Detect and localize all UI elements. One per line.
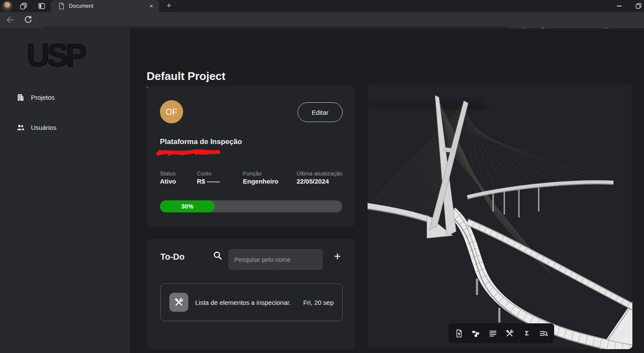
browser-profile-avatar[interactable] bbox=[2, 1, 12, 11]
add-task-button[interactable]: + bbox=[331, 249, 344, 264]
page-title: Default Project bbox=[147, 70, 226, 83]
progress-bar: 30% bbox=[160, 200, 342, 212]
usp-logo: USP bbox=[26, 37, 101, 71]
document-favicon bbox=[58, 3, 64, 9]
sigma-icon: Σ bbox=[522, 329, 531, 338]
field-value-status: Ativo bbox=[160, 178, 176, 185]
tab-close-icon[interactable]: × bbox=[147, 2, 156, 10]
search-icon[interactable] bbox=[212, 250, 223, 261]
todo-title: To-Do bbox=[160, 252, 184, 262]
viewer-sum-button[interactable]: Σ bbox=[520, 327, 533, 340]
viewer-upload-file-button[interactable] bbox=[452, 327, 465, 340]
progress-label: 30% bbox=[181, 203, 193, 210]
model-tree-icon bbox=[471, 329, 480, 338]
project-title: Plataforma de Inspeção bbox=[160, 138, 242, 146]
browser-tab[interactable]: Document × bbox=[51, 0, 159, 12]
progress-fill: 30% bbox=[160, 200, 215, 212]
tab-title: Document bbox=[69, 3, 147, 9]
redacted-scribble bbox=[156, 147, 221, 157]
field-value-funcao: Engenheiro bbox=[243, 178, 279, 185]
todo-card: To-Do + Lista de elementos a inspecionar… bbox=[147, 239, 356, 349]
project-card: OF Editar Plataforma de Inspeção Status … bbox=[147, 86, 356, 227]
users-icon bbox=[16, 123, 25, 132]
task-row[interactable]: Lista de elementos a inspecionar. Fri, 2… bbox=[160, 283, 343, 321]
field-label-status: Status bbox=[160, 170, 176, 177]
edit-button[interactable]: Editar bbox=[297, 102, 343, 122]
window-minimize-button[interactable] bbox=[613, 0, 626, 12]
app-page: USP Projetos Usuário bbox=[0, 28, 644, 353]
project-avatar: OF bbox=[160, 100, 183, 123]
viewer-element-list-button[interactable] bbox=[486, 327, 499, 340]
task-type-badge bbox=[169, 293, 188, 312]
bridge-3d-view bbox=[368, 84, 632, 349]
upload-file-icon bbox=[454, 329, 463, 338]
viewer-search-list-button[interactable] bbox=[537, 327, 550, 340]
sidebar-item-projetos[interactable]: Projetos bbox=[0, 89, 130, 106]
viewer-model-tree-button[interactable] bbox=[469, 327, 482, 340]
building-icon bbox=[16, 93, 25, 101]
svg-text:USP: USP bbox=[27, 37, 86, 71]
sidebar-item-usuarios[interactable]: Usuários bbox=[0, 119, 130, 136]
back-icon[interactable] bbox=[4, 15, 15, 25]
field-label-custo: Custo bbox=[197, 170, 212, 177]
search-input[interactable] bbox=[228, 249, 323, 270]
field-value-atualizacao: 22/05/2024 bbox=[297, 178, 329, 185]
tools-icon bbox=[174, 297, 184, 307]
tab-layout-icon[interactable] bbox=[38, 2, 46, 10]
browser-titlebar: Document × + bbox=[0, 0, 644, 12]
tools-icon bbox=[505, 329, 514, 338]
element-list-icon bbox=[488, 329, 497, 338]
browser-toolbar: localhost:5173 A bbox=[0, 12, 644, 28]
model-viewer[interactable]: Σ bbox=[368, 84, 632, 349]
field-value-custo: R$ ------ bbox=[197, 178, 220, 185]
search-list-icon bbox=[539, 329, 548, 338]
refresh-icon[interactable] bbox=[23, 15, 33, 25]
field-label-atualizacao: Última atualização bbox=[297, 170, 342, 177]
window-restore-button[interactable] bbox=[635, 3, 642, 9]
field-label-funcao: Função bbox=[243, 170, 261, 177]
sidebar: USP Projetos Usuário bbox=[0, 28, 130, 353]
viewer-toolbar: Σ bbox=[448, 323, 554, 343]
viewer-tools-button[interactable] bbox=[503, 327, 516, 340]
minimize-icon bbox=[617, 6, 622, 6]
sidebar-item-label: Projetos bbox=[31, 94, 55, 101]
task-text: Lista de elementos a inspecionar. bbox=[195, 299, 303, 306]
workspaces-icon[interactable] bbox=[20, 2, 28, 10]
new-tab-button[interactable]: + bbox=[164, 1, 174, 11]
task-date: Fri, 20 sep bbox=[303, 299, 334, 306]
sidebar-item-label: Usuários bbox=[31, 124, 56, 131]
svg-text:Σ: Σ bbox=[525, 330, 529, 337]
